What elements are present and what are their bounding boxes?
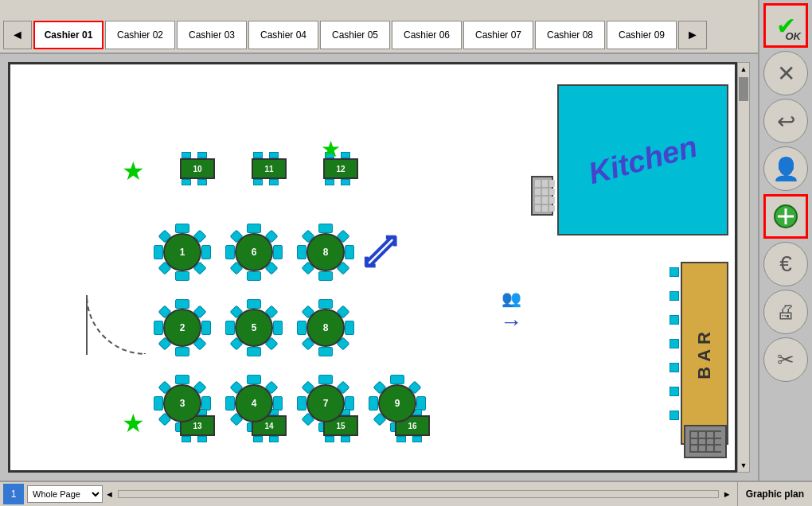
bar-chair: [670, 363, 679, 372]
cancel-button[interactable]: ✕: [763, 51, 808, 95]
floor-canvas: Kitchen BAR: [8, 62, 737, 473]
cashier-bar: ◄ Cashier 01 Cashier 02 Cashier 03 Cashi…: [0, 0, 758, 54]
cashier-08-button[interactable]: Cashier 08: [535, 21, 605, 49]
cashier-03-button[interactable]: Cashier 03: [177, 21, 247, 49]
bottom-bar: 1 Whole Page 50% 75% 100% 150% ◄ ► Graph…: [0, 481, 812, 506]
bar-label: BAR: [694, 327, 715, 380]
door-arc: [86, 295, 146, 355]
table-1[interactable]: 1: [154, 224, 211, 281]
double-arrow: ⟺: [352, 224, 407, 279]
graphic-plan-label: Graphic plan: [737, 482, 812, 506]
scroll-left-arrow[interactable]: ◄: [103, 489, 116, 499]
bar-chair: [670, 411, 679, 420]
horizontal-scrollbar[interactable]: [118, 490, 719, 498]
bar-chair: [670, 387, 679, 396]
action-panel: ✔ OK ✕ ↩ 👤 €: [758, 0, 812, 477]
euro-button[interactable]: €: [763, 242, 808, 286]
undo-button[interactable]: ↩: [763, 99, 808, 143]
kitchen-area: Kitchen: [557, 84, 728, 235]
cashier-07-button[interactable]: Cashier 07: [463, 21, 533, 49]
table-2[interactable]: 2: [154, 299, 211, 356]
table-8b[interactable]: 8: [297, 299, 354, 356]
star-1: ★: [122, 156, 145, 186]
pos-terminal: [684, 425, 727, 458]
cashier-05-button[interactable]: Cashier 05: [320, 21, 390, 49]
page-indicator[interactable]: 1: [3, 484, 24, 504]
add-table-button[interactable]: [763, 194, 808, 239]
forward-button[interactable]: ►: [678, 21, 707, 49]
floor-area: ▲ ▼ Kitchen BAR: [0, 54, 758, 481]
star-3: ★: [122, 408, 145, 438]
print-button[interactable]: 🖨: [763, 290, 808, 334]
vertical-scrollbar[interactable]: ▲ ▼: [737, 62, 750, 473]
cashier-06-button[interactable]: Cashier 06: [392, 21, 462, 49]
table-8[interactable]: 8: [297, 224, 354, 281]
cashier-02-button[interactable]: Cashier 02: [105, 21, 175, 49]
waiter-button[interactable]: 👤: [763, 146, 808, 191]
back-button[interactable]: ◄: [3, 21, 32, 49]
kitchen-label: Kitchen: [585, 129, 701, 191]
bar-chair: [670, 339, 679, 348]
cashier-01-button[interactable]: Cashier 01: [33, 21, 103, 49]
zoom-select[interactable]: Whole Page 50% 75% 100% 150%: [27, 485, 103, 503]
table-10[interactable]: 10: [174, 152, 221, 185]
scroll-right-arrow[interactable]: ►: [720, 489, 734, 499]
keypad: [531, 176, 553, 216]
star-2: ★: [321, 136, 341, 162]
table-5[interactable]: 5: [225, 299, 283, 356]
cashier-04-button[interactable]: Cashier 04: [248, 21, 318, 49]
bar-area: BAR: [681, 262, 728, 445]
table-11[interactable]: 11: [245, 152, 293, 185]
table-6[interactable]: 6: [225, 224, 283, 281]
cashier-09-button[interactable]: Cashier 09: [607, 21, 677, 49]
bathroom-arrow-area: 👥 →: [500, 289, 522, 335]
door-post: [86, 295, 88, 355]
bar-chair: [670, 291, 679, 301]
bar-chair: [670, 267, 679, 277]
ok-button[interactable]: ✔ OK: [763, 3, 808, 48]
bar-chair: [670, 315, 679, 325]
scissors-button[interactable]: ✂: [763, 337, 808, 382]
